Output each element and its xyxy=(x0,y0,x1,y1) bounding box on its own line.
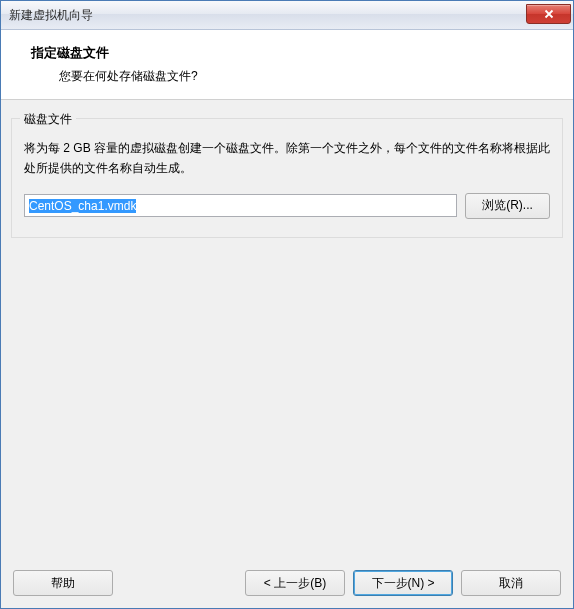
page-title: 指定磁盘文件 xyxy=(31,44,563,62)
group-label: 磁盘文件 xyxy=(20,111,76,128)
header-section: 指定磁盘文件 您要在何处存储磁盘文件? xyxy=(1,30,573,100)
back-button[interactable]: < 上一步(B) xyxy=(245,570,345,596)
disk-file-group: 磁盘文件 将为每 2 GB 容量的虚拟磁盘创建一个磁盘文件。除第一个文件之外，每… xyxy=(11,118,563,238)
disk-file-input[interactable]: CentOS_cha1.vmdk xyxy=(24,194,457,217)
cancel-button[interactable]: 取消 xyxy=(461,570,561,596)
close-icon xyxy=(544,9,554,19)
content-area: 磁盘文件 将为每 2 GB 容量的虚拟磁盘创建一个磁盘文件。除第一个文件之外，每… xyxy=(1,100,573,558)
group-description: 将为每 2 GB 容量的虚拟磁盘创建一个磁盘文件。除第一个文件之外，每个文件的文… xyxy=(24,138,550,179)
page-subtitle: 您要在何处存储磁盘文件? xyxy=(31,68,563,85)
close-button[interactable] xyxy=(526,4,571,24)
titlebar: 新建虚拟机向导 xyxy=(1,1,573,30)
next-button[interactable]: 下一步(N) > xyxy=(353,570,453,596)
help-button[interactable]: 帮助 xyxy=(13,570,113,596)
footer: 帮助 < 上一步(B) 下一步(N) > 取消 xyxy=(1,558,573,608)
wizard-window: 新建虚拟机向导 指定磁盘文件 您要在何处存储磁盘文件? 磁盘文件 将为每 2 G… xyxy=(0,0,574,609)
disk-file-value: CentOS_cha1.vmdk xyxy=(29,199,136,213)
file-row: CentOS_cha1.vmdk 浏览(R)... xyxy=(24,193,550,219)
browse-button[interactable]: 浏览(R)... xyxy=(465,193,550,219)
window-title: 新建虚拟机向导 xyxy=(9,7,526,24)
